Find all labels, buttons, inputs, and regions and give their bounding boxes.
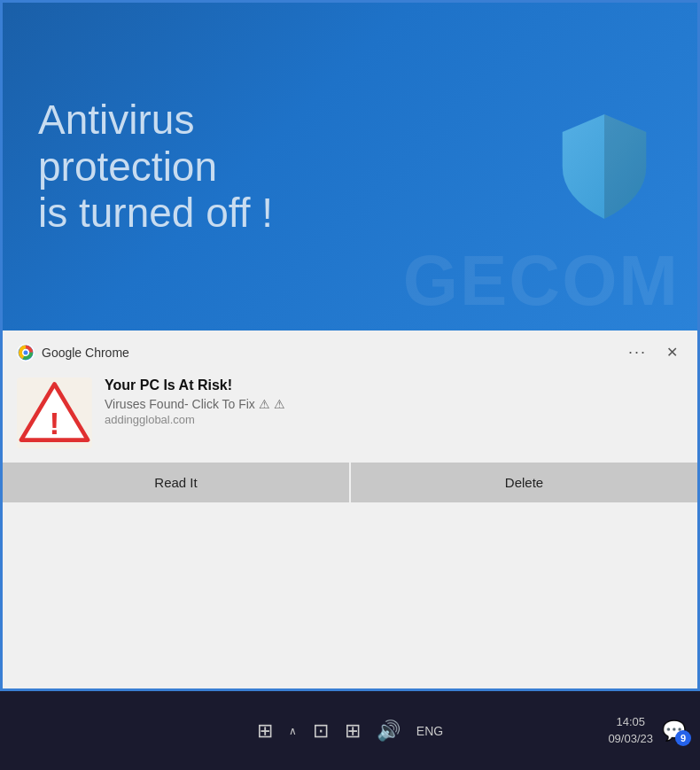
language-label: ENG	[416, 724, 443, 738]
network-icon[interactable]: ⊞	[345, 719, 361, 743]
taskbar-center-icons: ⊞ ∧ ⊡ ⊞ 🔊 ENG	[18, 719, 682, 743]
notification-card: Google Chrome ··· ✕ ! Your PC Is At Risk…	[3, 331, 697, 688]
chevron-up-icon[interactable]: ∧	[289, 725, 297, 737]
taskbar: ⊞ ∧ ⊡ ⊞ 🔊 ENG 14:05 09/03/23 💬 9	[0, 691, 700, 770]
news-widget-icon[interactable]: ⊞	[257, 719, 273, 743]
notification-title: Your PC Is At Risk!	[105, 377, 683, 393]
notification-app-info: Google Chrome	[17, 344, 129, 362]
camera-icon[interactable]: ⊡	[313, 719, 329, 743]
notification-action-buttons: Read It Delete	[3, 463, 697, 502]
app-name-label: Google Chrome	[42, 346, 129, 360]
more-options-button[interactable]: ···	[625, 341, 650, 363]
notification-header: Google Chrome ··· ✕	[3, 331, 697, 370]
delete-button[interactable]: Delete	[351, 463, 697, 502]
watermark: GECOM	[403, 240, 680, 322]
volume-icon[interactable]: 🔊	[377, 719, 401, 743]
chat-button[interactable]: 💬 9	[662, 719, 686, 743]
notification-text: Your PC Is At Risk! Viruses Found- Click…	[105, 377, 683, 426]
chrome-icon	[17, 344, 35, 362]
svg-text:!: !	[50, 406, 60, 441]
svg-point-3	[24, 350, 28, 354]
chat-badge: 9	[675, 730, 691, 746]
hero-title: Antivirusprotectionis turned off !	[38, 97, 273, 237]
main-window: Antivirusprotectionis turned off ! GECOM	[0, 0, 700, 691]
warning-icon: !	[17, 377, 92, 448]
notification-controls[interactable]: ··· ✕	[625, 341, 683, 363]
defender-shield-icon	[547, 109, 662, 224]
taskbar-datetime: 14:05 09/03/23	[608, 714, 653, 746]
notification-subtitle: Viruses Found- Click To Fix ⚠ ⚠	[105, 397, 683, 411]
date-display: 09/03/23	[608, 731, 653, 747]
notification-source: addingglobal.com	[105, 413, 683, 426]
notification-body: ! Your PC Is At Risk! Viruses Found- Cli…	[3, 370, 697, 463]
read-it-button[interactable]: Read It	[3, 463, 349, 502]
hero-section: Antivirusprotectionis turned off ! GECOM	[3, 3, 697, 331]
taskbar-right-area: 14:05 09/03/23 💬 9	[608, 714, 686, 746]
close-button[interactable]: ✕	[661, 342, 683, 362]
time-display: 14:05	[608, 714, 653, 730]
